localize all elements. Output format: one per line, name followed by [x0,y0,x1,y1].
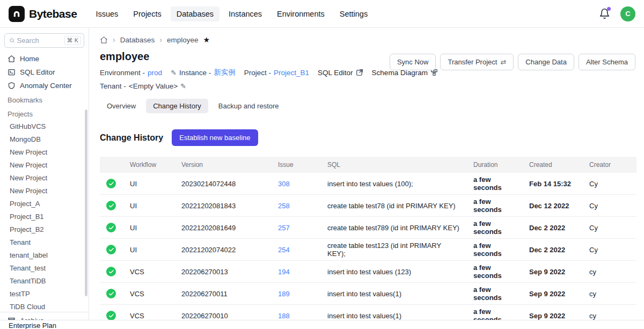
topbar-right: C [599,6,635,21]
sidebar-section-bookmarks[interactable]: Bookmarks [0,92,89,106]
app-title: Bytebase [29,8,77,20]
tenant-meta: Tenant - <Empty Value> ✎ [100,82,186,90]
table-row[interactable]: VCS 202206270011 189 insert into test va… [100,283,636,305]
sidebar-item-home[interactable]: Home [0,52,89,65]
database-meta-line-2: Tenant - <Empty Value> ✎ [100,82,390,90]
sidebar-item-sql-editor[interactable]: SQL Editor [0,65,89,79]
environment-link[interactable]: prod [148,69,162,77]
home-icon[interactable] [100,36,108,44]
sidebar-project-item[interactable]: TenantTiDB [0,275,89,288]
success-check-icon [106,223,116,232]
logo[interactable]: Bytebase [9,6,77,22]
workflow-cell: UI [123,239,175,261]
sql-cell: insert into test values(1) [321,283,467,305]
table-header-cell: Creator [583,157,636,173]
search-box[interactable]: ⌘ K [4,33,84,48]
topnav-item[interactable]: Databases [171,6,219,21]
enterprise-plan-bar[interactable]: Enterprise Plan [0,320,644,329]
sidebar-scrollbar[interactable] [85,109,87,296]
created-cell: Feb 14 15:32 [523,173,583,195]
sidebar-project-item[interactable]: Project_B2 [0,223,89,236]
breadcrumb-employee[interactable]: employee [167,36,199,44]
table-header-cell: Created [523,157,583,173]
project-link[interactable]: Project_B1 [274,69,309,77]
notifications-bell-icon[interactable] [599,8,611,20]
avatar[interactable]: C [620,6,635,21]
sidebar-project-item[interactable]: New Project [0,172,89,185]
duration-cell: a few seconds [467,173,523,195]
sidebar-project-item[interactable]: GitHubVCS [0,120,89,133]
tab[interactable]: Backup and restore [211,99,286,113]
sidebar-section-projects[interactable]: Projects [0,106,89,120]
bookmark-star-icon[interactable]: ★ [203,35,210,44]
issue-link[interactable]: 189 [278,290,290,298]
sql-cell: create table test78 (id int PRIMARY KEY) [321,195,467,217]
sidebar-project-item[interactable]: Tenant_test [0,262,89,275]
tab[interactable]: Overview [100,99,143,113]
topnav-item[interactable]: Issues [90,6,124,21]
version-cell: 202206270011 [175,283,272,305]
issue-link[interactable]: 308 [278,180,290,188]
issue-link[interactable]: 257 [278,224,290,232]
section-title: Change History [100,133,163,143]
table-row[interactable]: UI 20221202074022 254 create table test1… [100,239,636,261]
workflow-cell: UI [123,173,175,195]
table-row[interactable]: VCS 202206270013 194 insert into test va… [100,261,636,283]
topnav-item[interactable]: Environments [271,6,331,21]
created-cell: Dec 2 2022 [523,217,583,239]
sidebar-project-item[interactable]: Tenant [0,236,89,249]
tenant-value: <Empty Value> [129,82,178,90]
sidebar-project-item[interactable]: Project_B1 [0,210,89,223]
workflow-cell: UI [123,195,175,217]
created-cell: Dec 2 2022 [523,239,583,261]
alter-schema-button[interactable]: Alter Schema [579,54,635,70]
sidebar-project-item[interactable]: MongoDB [0,133,89,146]
topnav-item[interactable]: Instances [223,6,268,21]
table-header-row: Workflow Version Issue SQL Duration Crea… [100,157,636,173]
table-row[interactable]: UI 20221202081649 257 create table test7… [100,217,636,239]
sidebar-project-item[interactable]: testTP [0,288,89,301]
workflow-cell: UI [123,217,175,239]
version-cell: 20221202074022 [175,239,272,261]
transfer-icon: ⇄ [500,58,506,66]
search-shortcut: ⌘ K [64,36,81,45]
sync-now-button[interactable]: Sync Now [390,54,436,70]
duration-cell: a few seconds [467,261,523,283]
notification-dot [607,7,611,11]
sidebar-item-label: SQL Editor [20,68,55,76]
sidebar-project-item[interactable]: New Project [0,185,89,198]
breadcrumb-databases[interactable]: Databases [120,36,155,44]
topnav-item[interactable]: Settings [334,6,374,21]
terminal-icon [8,68,16,76]
sql-editor-link[interactable]: SQL Editor [318,69,363,77]
transfer-project-button[interactable]: Transfer Project ⇄ [440,54,514,70]
sidebar-project-item[interactable]: New Project [0,146,89,159]
workflow-cell: VCS [123,283,175,305]
search-input[interactable] [17,36,62,45]
change-data-button[interactable]: Change Data [518,54,574,70]
table-row[interactable]: UI 20230214072448 308 insert into test v… [100,173,636,195]
sidebar-item-label: Anomaly Center [20,82,72,90]
external-link-icon [356,69,363,76]
sidebar-project-item[interactable]: New Project [0,159,89,172]
creator-cell: Cy [583,239,636,261]
created-cell: Sep 9 2022 [523,261,583,283]
sidebar-item-anomaly-center[interactable]: Anomaly Center [0,79,89,92]
sidebar-project-item[interactable]: Project_A [0,198,89,210]
environment-meta: Environment - prod [100,69,162,77]
establish-baseline-button[interactable]: Establish new baseline [172,129,258,146]
created-cell: Dec 12 2022 [523,195,583,217]
table-row[interactable]: UI 20221202081843 258 create table test7… [100,195,636,217]
instance-link[interactable]: 新实例 [214,68,236,77]
main-content: › Databases › employee ★ employee Enviro… [89,28,644,329]
edit-tenant-pencil-icon[interactable]: ✎ [180,82,186,90]
issue-link[interactable]: 188 [278,312,290,320]
topnav-item[interactable]: Projects [127,6,167,21]
issue-link[interactable]: 258 [278,202,290,210]
issue-link[interactable]: 254 [278,246,290,254]
tab[interactable]: Change History [146,99,208,113]
bytebase-logo-icon [9,6,25,22]
sidebar-project-item[interactable]: TiDB Cloud [0,301,89,312]
issue-link[interactable]: 194 [278,268,290,276]
sidebar-project-item[interactable]: tenant_label [0,249,89,262]
